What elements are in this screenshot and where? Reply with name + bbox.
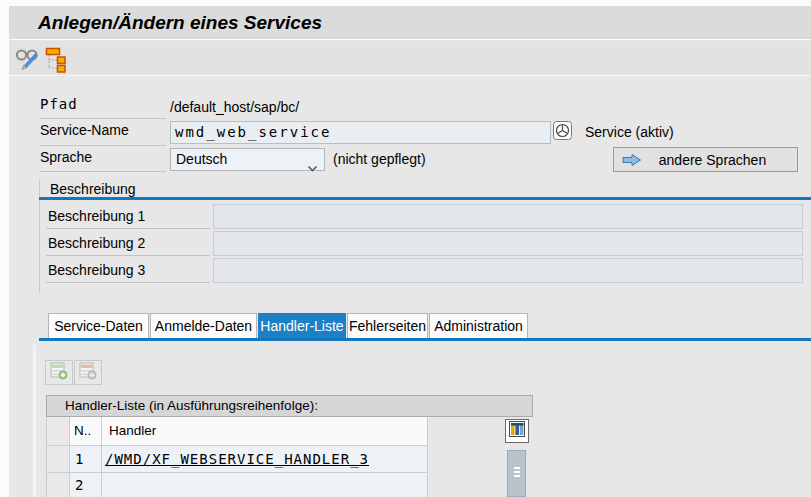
display-change-button[interactable] — [14, 46, 42, 73]
insert-row-icon — [50, 362, 68, 384]
beschreibung-section-underline — [39, 197, 811, 200]
handler-table-title: Handler-Liste (in Ausführungsreihenfolge… — [46, 395, 533, 417]
beschreibung-2-input[interactable] — [213, 231, 803, 256]
insert-row-button[interactable] — [45, 360, 73, 385]
sprache-selected-value: Deutsch — [176, 151, 227, 167]
sprache-label: Sprache — [40, 149, 166, 172]
column-config-icon — [509, 421, 525, 441]
beschreibung-3-label: Beschreibung 3 — [46, 258, 210, 283]
column-config-button[interactable] — [505, 419, 529, 443]
beschreibung-1-label: Beschreibung 1 — [46, 204, 210, 229]
scrollbar-grip — [514, 471, 520, 473]
vertical-scrollbar[interactable] — [506, 449, 527, 497]
tab-administration[interactable]: Administration — [429, 313, 528, 338]
service-status-text: Service (aktiv) — [585, 124, 674, 140]
tab-fehlerseiten[interactable]: Fehlerseiten — [347, 313, 428, 338]
nicht-gepflegt-text: (nicht gepflegt) — [333, 151, 426, 167]
pfad-value: /default_host/sap/bc/ — [170, 99, 299, 115]
delete-row-icon — [79, 362, 97, 384]
tab-handler-liste[interactable]: Handler-Liste — [258, 313, 346, 338]
tab-service-daten[interactable]: Service-Daten — [48, 313, 149, 338]
row-2-handler-input[interactable] — [102, 473, 428, 497]
column-header-handler[interactable]: Handler — [102, 417, 428, 446]
andere-sprachen-button[interactable]: andere Sprachen — [613, 147, 798, 172]
display-change-icon — [14, 59, 42, 76]
delete-row-button[interactable] — [74, 360, 102, 385]
column-header-n[interactable]: N.. — [70, 417, 102, 446]
row-2-selector[interactable] — [46, 473, 70, 497]
beschreibung-section-header: Beschreibung — [50, 181, 136, 197]
beschreibung-3-input[interactable] — [213, 258, 803, 283]
sprache-select[interactable]: Deutsch — [170, 148, 325, 171]
object-cube-icon — [553, 126, 572, 143]
chevron-down-icon — [307, 157, 318, 178]
arrow-right-icon — [622, 153, 642, 167]
beschreibung-1-input[interactable] — [213, 204, 803, 229]
scrollbar-grip — [514, 467, 520, 469]
application-toolbar — [9, 41, 811, 76]
scrollbar-grip — [514, 475, 520, 477]
sap-window: Anlegen/Ändern eines Services Pfad /defa… — [0, 0, 811, 497]
beschreibung-2-label: Beschreibung 2 — [46, 231, 210, 256]
handler-table: Handler-Liste (in Ausführungsreihenfolge… — [46, 395, 533, 497]
service-name-label: Service-Name — [40, 122, 166, 146]
object-cube-button[interactable] — [553, 121, 572, 140]
tab-anmelde-daten[interactable]: Anmelde-Daten — [150, 313, 257, 338]
select-all-header-cell[interactable] — [46, 417, 70, 446]
tab-panel-left-edge — [33, 345, 36, 497]
service-name-input[interactable]: wmd_web_service — [170, 121, 551, 144]
hierarchy-button[interactable] — [45, 47, 68, 73]
row-1-handler-value: /WMD/XF_WEBSERVICE_HANDLER_3 — [102, 451, 369, 467]
page-title: Anlegen/Ändern eines Services — [38, 6, 322, 40]
row-1-handler-input[interactable]: /WMD/XF_WEBSERVICE_HANDLER_3 — [102, 446, 428, 473]
row-2-n: 2 — [70, 473, 102, 497]
andere-sprachen-label: andere Sprachen — [642, 152, 783, 168]
hierarchy-icon — [45, 59, 68, 76]
tab-underline-bar — [39, 338, 811, 341]
row-1-n: 1 — [70, 446, 102, 473]
scrollbar-thumb[interactable] — [507, 450, 526, 497]
row-1-selector[interactable] — [46, 446, 70, 473]
pfad-label: Pfad — [40, 96, 166, 119]
